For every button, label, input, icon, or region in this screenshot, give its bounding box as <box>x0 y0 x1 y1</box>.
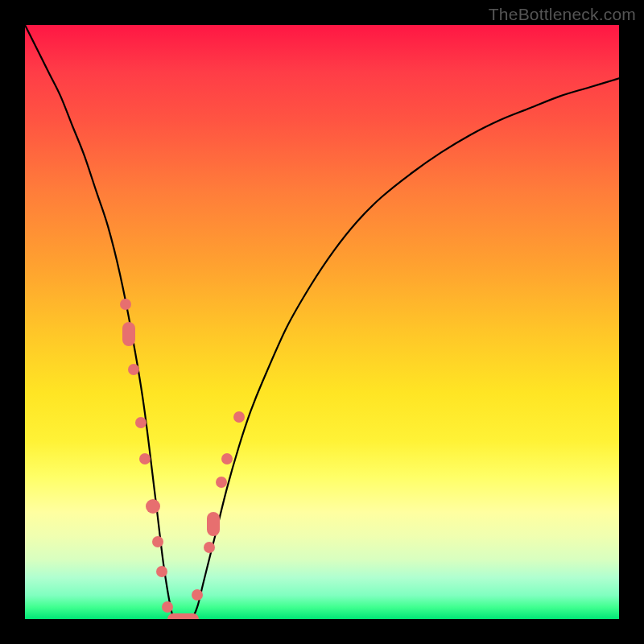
data-marker <box>152 536 163 547</box>
data-marker <box>128 364 139 375</box>
data-marker <box>204 542 215 553</box>
chart-container: TheBottleneck.com <box>0 0 644 644</box>
data-marker <box>221 453 233 464</box>
data-marker <box>139 453 151 464</box>
data-marker <box>233 411 245 423</box>
data-marker <box>162 601 173 613</box>
data-marker <box>178 613 199 619</box>
watermark-text: TheBottleneck.com <box>489 5 636 24</box>
data-marker <box>146 499 160 514</box>
data-marker <box>122 322 135 346</box>
data-marker <box>216 477 227 488</box>
plot-area <box>25 25 619 619</box>
data-marker <box>192 589 203 601</box>
data-marker <box>120 299 131 310</box>
data-marker <box>135 417 147 428</box>
data-marker <box>207 512 220 536</box>
data-marker <box>156 566 167 577</box>
bottleneck-curve <box>25 25 619 619</box>
